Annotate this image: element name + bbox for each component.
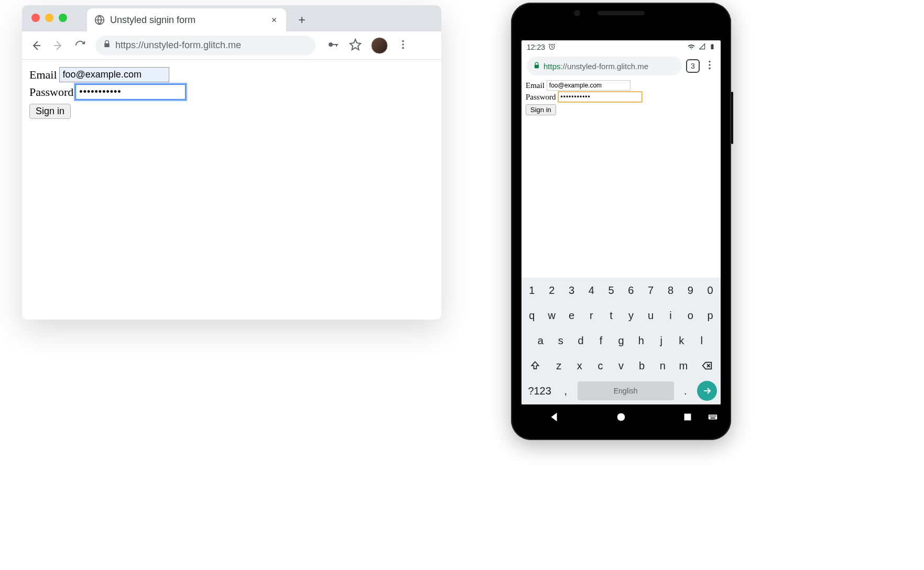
- browser-tab[interactable]: Unstyled signin form: [87, 8, 286, 31]
- phone-device-frame: 12:23: [511, 3, 731, 440]
- signin-button[interactable]: Sign in: [526, 104, 556, 115]
- key-c[interactable]: c: [591, 355, 610, 376]
- key-q[interactable]: q: [523, 305, 541, 326]
- key-5[interactable]: 5: [602, 280, 620, 301]
- profile-avatar[interactable]: [371, 37, 388, 54]
- kebab-menu-icon[interactable]: [704, 59, 715, 73]
- key-p[interactable]: p: [701, 305, 719, 326]
- key-z[interactable]: z: [549, 355, 568, 376]
- tab-bar: Unstyled signin form: [22, 5, 441, 31]
- key-d[interactable]: d: [572, 330, 590, 351]
- mobile-page-content: Email Password Sign in: [521, 78, 721, 117]
- svg-rect-12: [684, 414, 691, 421]
- new-tab-button[interactable]: [293, 12, 310, 28]
- key-e[interactable]: e: [563, 305, 581, 326]
- key-x[interactable]: x: [570, 355, 589, 376]
- key-s[interactable]: s: [551, 330, 569, 351]
- key-1[interactable]: 1: [523, 280, 541, 301]
- back-button[interactable]: [29, 39, 43, 52]
- key-m[interactable]: m: [674, 355, 693, 376]
- tab-title: Unstyled signin form: [110, 15, 264, 26]
- enter-key[interactable]: [697, 381, 717, 401]
- on-screen-keyboard: 1234567890 qwertyuiop asdfghjkl zxcvbnm …: [521, 278, 721, 404]
- key-8[interactable]: 8: [662, 280, 680, 301]
- svg-rect-17: [714, 415, 715, 416]
- wifi-icon: [687, 42, 695, 52]
- key-o[interactable]: o: [681, 305, 699, 326]
- status-bar: 12:23: [521, 40, 721, 54]
- close-tab-icon[interactable]: [269, 15, 279, 25]
- svg-rect-14: [710, 415, 711, 416]
- key-l[interactable]: l: [693, 330, 711, 351]
- keyboard-row-bottom: ?123 , English .: [523, 380, 719, 401]
- email-field[interactable]: [59, 67, 169, 82]
- keyboard-row-zxcv: zxcvbnm: [523, 355, 719, 376]
- key-7[interactable]: 7: [642, 280, 660, 301]
- svg-point-1: [329, 42, 333, 47]
- maximize-window-button[interactable]: [59, 14, 67, 22]
- key-b[interactable]: b: [633, 355, 651, 376]
- key-3[interactable]: 3: [563, 280, 581, 301]
- nav-back-icon[interactable]: [549, 411, 560, 425]
- svg-point-8: [709, 61, 711, 63]
- lock-icon: [103, 40, 111, 51]
- key-y[interactable]: y: [622, 305, 640, 326]
- period-key[interactable]: .: [677, 380, 694, 401]
- svg-rect-7: [712, 44, 713, 45]
- phone-speaker-grille: [597, 11, 645, 15]
- key-0[interactable]: 0: [701, 280, 719, 301]
- password-field[interactable]: [558, 92, 642, 102]
- key-h[interactable]: h: [632, 330, 650, 351]
- close-window-button[interactable]: [31, 14, 40, 22]
- shift-key[interactable]: [523, 355, 547, 376]
- key-g[interactable]: g: [612, 330, 630, 351]
- spacebar-key[interactable]: English: [578, 381, 674, 400]
- email-field[interactable]: [547, 80, 631, 91]
- key-9[interactable]: 9: [681, 280, 699, 301]
- key-v[interactable]: v: [612, 355, 631, 376]
- svg-rect-16: [712, 415, 713, 416]
- key-u[interactable]: u: [642, 305, 660, 326]
- symbols-key[interactable]: ?123: [525, 380, 554, 401]
- svg-point-3: [402, 43, 404, 46]
- url-text: https://unstyled-form.glitch.me: [115, 40, 241, 51]
- key-n[interactable]: n: [653, 355, 672, 376]
- key-2[interactable]: 2: [543, 280, 561, 301]
- key-r[interactable]: r: [582, 305, 600, 326]
- key-icon[interactable]: [327, 38, 340, 53]
- tab-switcher-button[interactable]: 3: [686, 59, 700, 73]
- password-field[interactable]: [75, 84, 186, 100]
- address-bar[interactable]: https://unstyled-form.glitch.me: [95, 36, 316, 56]
- key-k[interactable]: k: [672, 330, 690, 351]
- minimize-window-button[interactable]: [45, 14, 53, 22]
- status-time: 12:23: [527, 43, 545, 51]
- signal-icon: [699, 43, 706, 52]
- star-icon[interactable]: [349, 38, 362, 53]
- alarm-icon: [548, 43, 556, 52]
- svg-rect-6: [711, 45, 714, 49]
- key-6[interactable]: 6: [622, 280, 640, 301]
- key-j[interactable]: j: [653, 330, 670, 351]
- phone-screen: 12:23: [521, 40, 721, 404]
- key-a[interactable]: a: [531, 330, 549, 351]
- mobile-address-bar[interactable]: https://unstyled-form.glitch.me: [527, 57, 682, 75]
- nav-recent-icon[interactable]: [682, 411, 693, 425]
- signin-button[interactable]: Sign in: [29, 104, 71, 119]
- key-4[interactable]: 4: [582, 280, 600, 301]
- mobile-browser-toolbar: https://unstyled-form.glitch.me 3: [521, 54, 721, 78]
- backspace-key[interactable]: [695, 355, 719, 376]
- battery-icon: [709, 43, 715, 52]
- key-w[interactable]: w: [543, 305, 561, 326]
- nav-home-icon[interactable]: [615, 411, 627, 425]
- kebab-menu-icon[interactable]: [397, 39, 409, 52]
- key-i[interactable]: i: [662, 305, 680, 326]
- forward-button[interactable]: [51, 39, 65, 52]
- key-f[interactable]: f: [592, 330, 610, 351]
- key-t[interactable]: t: [602, 305, 620, 326]
- reload-button[interactable]: [73, 39, 87, 52]
- nav-keyboard-icon[interactable]: [707, 411, 719, 425]
- phone-power-button: [731, 92, 733, 144]
- email-label: Email: [526, 81, 545, 90]
- comma-key[interactable]: ,: [557, 380, 574, 401]
- browser-toolbar: https://unstyled-form.glitch.me: [22, 31, 441, 60]
